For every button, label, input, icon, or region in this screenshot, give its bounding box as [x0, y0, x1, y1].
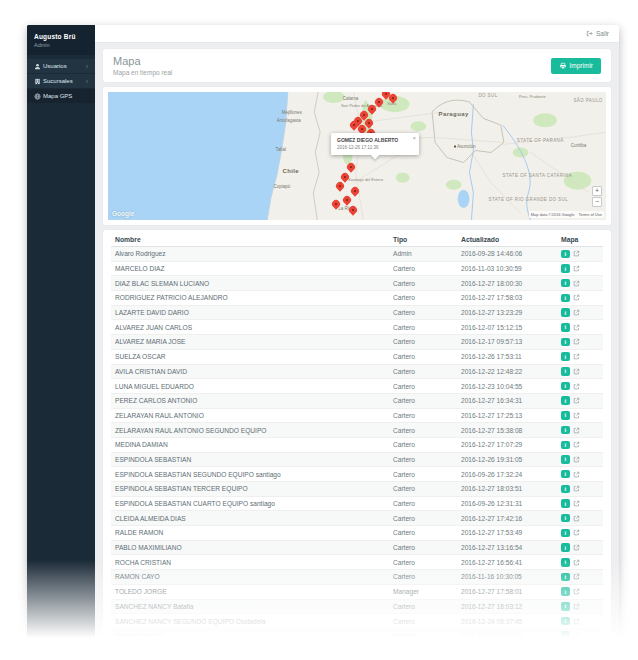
info-button[interactable]: i — [561, 279, 570, 288]
cell-mapa: i — [557, 584, 603, 599]
info-button[interactable]: i — [561, 264, 570, 273]
cell-nombre: DIAZ BLAC SLEMAN LUCIANO — [111, 276, 389, 291]
external-link-icon[interactable] — [573, 544, 580, 551]
info-button[interactable]: i — [561, 587, 570, 596]
external-link-icon[interactable] — [573, 515, 580, 522]
table-row: ALVAREZ JUAN CARLOSCartero2016-12-07 15:… — [111, 320, 603, 335]
external-link-icon[interactable] — [573, 383, 580, 390]
cell-tipo: Cartero — [389, 643, 457, 655]
external-link-icon[interactable] — [573, 603, 580, 610]
external-link-icon[interactable] — [573, 250, 580, 257]
table-row: ROCHA CRISTIANCartero2016-12-27 16:56:41… — [111, 555, 603, 570]
table-row: MEDINA DAMIANCartero2016-12-27 17:07:29i — [111, 437, 603, 452]
external-link-icon[interactable] — [573, 500, 580, 507]
external-link-icon[interactable] — [573, 280, 580, 287]
external-link-icon[interactable] — [573, 353, 580, 360]
external-link-icon[interactable] — [573, 485, 580, 492]
map-card: ChileParaguayCalamaSan Pedro de AtacamaM… — [103, 87, 611, 225]
external-link-icon[interactable] — [573, 338, 580, 345]
cell-nombre: ALVAREZ JUAN CARLOS — [111, 320, 389, 335]
cell-nombre: SANCHEZ NANCY Batalla — [111, 599, 389, 614]
chevron-right-icon: › — [86, 63, 88, 70]
external-link-icon[interactable] — [573, 471, 580, 478]
external-link-icon[interactable] — [573, 294, 580, 301]
info-button[interactable]: i — [561, 294, 570, 303]
info-button[interactable]: i — [561, 543, 570, 552]
info-button[interactable]: i — [561, 470, 570, 479]
info-button[interactable]: i — [561, 602, 570, 611]
external-link-icon[interactable] — [573, 573, 580, 580]
table-body: Alvaro RodriguezAdmin2016-09-28 14:46:06… — [111, 247, 603, 656]
external-link-icon[interactable] — [573, 529, 580, 536]
map-attribution: Map data ©2016 GoogleTerms of Use — [529, 211, 604, 218]
google-logo: Google — [112, 210, 134, 217]
attribution-text: Map data ©2016 Google — [531, 212, 575, 217]
external-link-icon[interactable] — [573, 412, 580, 419]
user-role: Admin — [34, 42, 88, 48]
print-button[interactable]: Imprimir — [551, 58, 601, 74]
external-link-icon[interactable] — [573, 632, 580, 639]
info-button[interactable]: i — [561, 631, 570, 640]
sidebar: Augusto Brü Admin Usuarios›Sucursales›Ma… — [27, 25, 95, 655]
info-button[interactable]: i — [561, 573, 570, 582]
map-zoom-out-button[interactable]: − — [592, 197, 602, 207]
cell-tipo: Cartero — [389, 364, 457, 379]
external-link-icon[interactable] — [573, 427, 580, 434]
info-button[interactable]: i — [561, 441, 570, 450]
cell-mapa: i — [557, 393, 603, 408]
info-button[interactable]: i — [561, 617, 570, 626]
terms-link[interactable]: Terms of Use — [578, 212, 602, 217]
info-button[interactable]: i — [561, 529, 570, 538]
cell-actualizado: 2016-12-27 17:58:01 — [457, 584, 557, 599]
info-button[interactable]: i — [561, 367, 570, 376]
external-link-icon[interactable] — [573, 456, 580, 463]
external-link-icon[interactable] — [573, 618, 580, 625]
info-button[interactable]: i — [561, 382, 570, 391]
external-link-icon[interactable] — [573, 368, 580, 375]
external-link-icon[interactable] — [573, 559, 580, 566]
cell-tipo: Cartero — [389, 261, 457, 276]
map-zoom-in-button[interactable]: + — [592, 186, 602, 196]
external-link-icon[interactable] — [573, 324, 580, 331]
external-link-icon[interactable] — [573, 309, 580, 316]
info-button[interactable]: i — [561, 411, 570, 420]
cell-mapa: i — [557, 511, 603, 526]
sidebar-item-usuarios[interactable]: Usuarios› — [27, 59, 95, 74]
info-button[interactable]: i — [561, 338, 570, 347]
info-button[interactable]: i — [561, 426, 570, 435]
cell-actualizado: 2016-12-27 17:42:16 — [457, 511, 557, 526]
logout-button[interactable]: Salir — [586, 30, 609, 37]
info-button[interactable]: i — [561, 323, 570, 332]
table-row: ESPINDOLA SEBASTIAN TERCER EQUIPOCartero… — [111, 482, 603, 497]
sidebar-item-mapa-gps[interactable]: Mapa GPS — [27, 89, 95, 104]
sidebar-item-sucursales[interactable]: Sucursales› — [27, 74, 95, 89]
external-link-icon[interactable] — [573, 647, 580, 654]
globe-icon — [34, 93, 43, 100]
cell-tipo: Manager — [389, 628, 457, 643]
info-button[interactable]: i — [561, 250, 570, 259]
external-link-icon[interactable] — [573, 397, 580, 404]
info-button[interactable]: i — [561, 396, 570, 405]
external-link-icon[interactable] — [573, 265, 580, 272]
cell-mapa: i — [557, 305, 603, 320]
sidebar-item-label: Usuarios — [43, 63, 86, 69]
external-link-icon[interactable] — [573, 588, 580, 595]
table-row: DIAZ BLAC SLEMAN LUCIANOCartero2016-12-2… — [111, 276, 603, 291]
cell-mapa: i — [557, 291, 603, 306]
info-button[interactable]: i — [561, 485, 570, 494]
info-button[interactable]: i — [561, 352, 570, 361]
info-button[interactable]: i — [561, 455, 570, 464]
info-button[interactable]: i — [561, 308, 570, 317]
infowindow-close-icon[interactable]: × — [413, 135, 417, 141]
info-button[interactable]: i — [561, 646, 570, 655]
map[interactable]: ChileParaguayCalamaSan Pedro de AtacamaM… — [108, 92, 606, 220]
info-button[interactable]: i — [561, 499, 570, 508]
info-button[interactable]: i — [561, 514, 570, 523]
cell-nombre: ALVAREZ MARIA JOSE — [111, 335, 389, 350]
info-button[interactable]: i — [561, 558, 570, 567]
cell-actualizado: 2016-12-17 09:57:13 — [457, 335, 557, 350]
external-link-icon[interactable] — [573, 441, 580, 448]
cell-tipo: Cartero — [389, 320, 457, 335]
cell-tipo: Cartero — [389, 335, 457, 350]
cell-mapa: i — [557, 408, 603, 423]
